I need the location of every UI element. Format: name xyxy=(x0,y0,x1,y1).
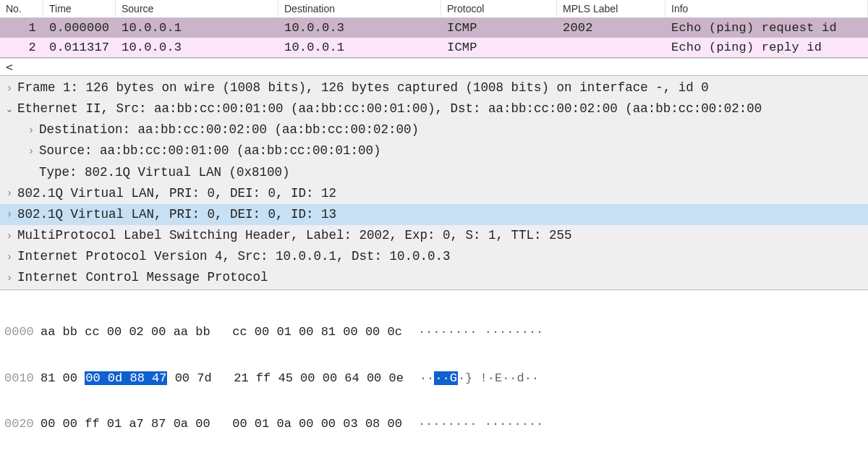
col-info[interactable]: Info xyxy=(665,0,868,17)
packet-protocol: ICMP xyxy=(441,18,557,38)
packet-destination: 10.0.0.3 xyxy=(278,18,441,38)
packet-details[interactable]: › Frame 1: 126 bytes on wire (1008 bits)… xyxy=(0,76,868,290)
packet-info: Echo (ping) reply id xyxy=(665,38,868,57)
hex-offset: 0000 xyxy=(4,324,41,339)
hex-ascii-highlight: ··G xyxy=(434,371,458,385)
chevron-right-icon[interactable]: › xyxy=(26,143,36,159)
packet-time: 0.011317 xyxy=(43,38,116,57)
chevron-right-icon[interactable]: › xyxy=(26,122,36,138)
hex-highlight: 00 0d 88 47 xyxy=(85,371,167,385)
hex-bytes: 81 00 00 0d 88 47 00 7d 21 ff 45 00 00 6… xyxy=(41,371,404,386)
packet-source: 10.0.0.1 xyxy=(116,18,278,38)
packet-protocol: ICMP xyxy=(441,38,557,57)
hex-ascii: ····G·} !·E··d·· xyxy=(420,371,539,386)
hex-offset: 0020 xyxy=(4,416,41,431)
chevron-right-icon[interactable]: › xyxy=(4,228,14,244)
tree-eth-dst[interactable]: › Destination: aa:bb:cc:00:02:00 (aa:bb:… xyxy=(0,119,868,140)
hex-ascii: ········ ········ xyxy=(418,416,543,431)
packet-time: 0.000000 xyxy=(43,18,116,38)
packet-list-header: No. Time Source Destination Protocol MPL… xyxy=(0,0,868,18)
packet-source: 10.0.0.3 xyxy=(116,38,278,57)
tree-label: Internet Protocol Version 4, Src: 10.0.0… xyxy=(17,247,451,266)
packet-info: Echo (ping) request id xyxy=(665,18,868,38)
hex-bytes: aa bb cc 00 02 00 aa bb cc 00 01 00 81 0… xyxy=(41,324,402,339)
packet-no: 2 xyxy=(0,38,43,57)
hex-row[interactable]: 0010 81 00 00 0d 88 47 00 7d 21 ff 45 00… xyxy=(4,371,864,386)
hex-row[interactable]: 0020 00 00 ff 01 a7 87 0a 00 00 01 0a 00… xyxy=(4,416,864,431)
tree-icmp[interactable]: › Internet Control Message Protocol xyxy=(0,267,868,288)
tree-label: Destination: aa:bb:cc:00:02:00 (aa:bb:cc… xyxy=(39,120,419,140)
tree-label: 802.1Q Virtual LAN, PRI: 0, DEI: 0, ID: … xyxy=(17,184,336,203)
chevron-right-icon[interactable]: › xyxy=(4,80,14,96)
col-no[interactable]: No. xyxy=(0,0,43,17)
tree-label: Frame 1: 126 bytes on wire (1008 bits), … xyxy=(17,78,709,98)
col-time[interactable]: Time xyxy=(43,0,116,17)
packet-row[interactable]: 2 0.011317 10.0.0.3 10.0.0.1 ICMP Echo (… xyxy=(0,38,868,57)
tree-eth-src[interactable]: › Source: aa:bb:cc:00:01:00 (aa:bb:cc:00… xyxy=(0,140,868,161)
col-mpls[interactable]: MPLS Label xyxy=(557,0,665,17)
tree-frame[interactable]: › Frame 1: 126 bytes on wire (1008 bits)… xyxy=(0,77,868,98)
horizontal-scroll-left-icon[interactable]: < xyxy=(0,58,868,76)
col-destination[interactable]: Destination xyxy=(278,0,441,17)
tree-eth-type[interactable]: Type: 802.1Q Virtual LAN (0x8100) xyxy=(0,162,868,183)
packet-no: 1 xyxy=(0,18,43,38)
hex-row[interactable]: 0000 aa bb cc 00 02 00 aa bb cc 00 01 00… xyxy=(4,324,864,339)
packet-list[interactable]: No. Time Source Destination Protocol MPL… xyxy=(0,0,868,58)
hex-bytes: 00 00 ff 01 a7 87 0a 00 00 01 0a 00 00 0… xyxy=(41,416,402,431)
tree-label: Type: 802.1Q Virtual LAN (0x8100) xyxy=(39,163,290,182)
tree-mpls[interactable]: › MultiProtocol Label Switching Header, … xyxy=(0,225,868,246)
tree-label: Ethernet II, Src: aa:bb:cc:00:01:00 (aa:… xyxy=(17,99,762,119)
tree-label: 802.1Q Virtual LAN, PRI: 0, DEI: 0, ID: … xyxy=(17,205,336,224)
hex-ascii: ········ ········ xyxy=(418,324,543,339)
tree-vlan-13[interactable]: › 802.1Q Virtual LAN, PRI: 0, DEI: 0, ID… xyxy=(0,204,868,225)
packet-mpls: 2002 xyxy=(557,18,665,38)
col-protocol[interactable]: Protocol xyxy=(441,0,557,17)
packet-row[interactable]: 1 0.000000 10.0.0.1 10.0.0.3 ICMP 2002 E… xyxy=(0,18,868,38)
tree-label: Source: aa:bb:cc:00:01:00 (aa:bb:cc:00:0… xyxy=(39,141,381,161)
tree-ip[interactable]: › Internet Protocol Version 4, Src: 10.0… xyxy=(0,246,868,267)
hex-offset: 0010 xyxy=(4,371,41,386)
packet-destination: 10.0.0.1 xyxy=(278,38,441,57)
tree-label: Internet Control Message Protocol xyxy=(17,268,268,287)
hex-dump[interactable]: 0000 aa bb cc 00 02 00 aa bb cc 00 01 00… xyxy=(0,290,868,456)
tree-vlan-12[interactable]: › 802.1Q Virtual LAN, PRI: 0, DEI: 0, ID… xyxy=(0,183,868,204)
chevron-right-icon[interactable]: › xyxy=(4,206,14,222)
chevron-right-icon[interactable]: › xyxy=(4,185,14,201)
tree-ethernet[interactable]: ⌄ Ethernet II, Src: aa:bb:cc:00:01:00 (a… xyxy=(0,98,868,119)
tree-label: MultiProtocol Label Switching Header, La… xyxy=(17,226,572,245)
chevron-right-icon[interactable]: › xyxy=(4,270,14,286)
packet-mpls xyxy=(557,38,665,57)
chevron-down-icon[interactable]: ⌄ xyxy=(4,101,14,117)
col-source[interactable]: Source xyxy=(116,0,278,17)
chevron-right-icon[interactable]: › xyxy=(4,249,14,265)
